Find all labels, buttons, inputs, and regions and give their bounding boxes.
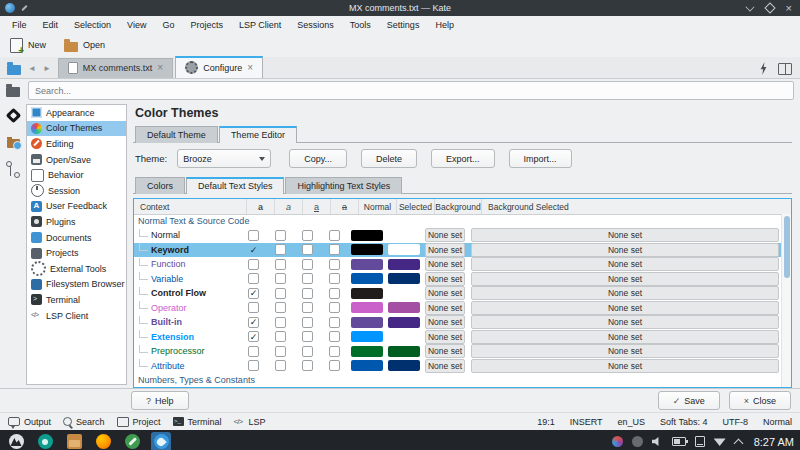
- tab-default-theme[interactable]: Default Theme: [135, 126, 218, 143]
- toolview-toggle-search[interactable]: Search: [63, 417, 105, 427]
- style-row-normal[interactable]: NormalNone setNone set: [134, 228, 782, 243]
- maximize-button-icon[interactable]: [764, 2, 775, 13]
- style-row-extension[interactable]: Extension✓None setNone set: [134, 330, 782, 345]
- sidebar-item-filesystem-browser[interactable]: Filesystem Browser: [27, 277, 126, 293]
- tab-colors[interactable]: Colors: [135, 177, 185, 194]
- menu-tools[interactable]: Tools: [342, 18, 379, 32]
- style-checkbox-italic[interactable]: [275, 230, 286, 241]
- style-row-variable[interactable]: VariableNone setNone set: [134, 272, 782, 287]
- minimize-button-icon[interactable]: [745, 2, 754, 11]
- style-checkbox-italic[interactable]: [275, 317, 286, 328]
- style-checkbox-italic[interactable]: [275, 360, 286, 371]
- style-row-keyword[interactable]: Keyword✓None setNone set: [134, 243, 782, 258]
- style-checkbox-italic[interactable]: [275, 273, 286, 284]
- background-button[interactable]: None set: [425, 272, 465, 286]
- background-selected-button[interactable]: None set: [471, 286, 779, 300]
- selected-color-swatch[interactable]: [388, 360, 420, 371]
- style-row-operator[interactable]: OperatorNone setNone set: [134, 301, 782, 316]
- tab-mx-comments[interactable]: MX comments.txt ×: [58, 58, 173, 78]
- table-scrollbar-thumb[interactable]: [784, 216, 790, 278]
- export-button[interactable]: Export...: [431, 149, 495, 168]
- sidebar-item-external-tools[interactable]: External Tools: [27, 261, 126, 277]
- background-button[interactable]: None set: [425, 315, 465, 329]
- selected-color-swatch[interactable]: [388, 259, 420, 270]
- sidebar-item-plugins[interactable]: Plugins: [27, 214, 126, 230]
- background-selected-button[interactable]: None set: [471, 344, 779, 358]
- normal-color-swatch[interactable]: [351, 273, 383, 284]
- selected-color-swatch[interactable]: [388, 244, 420, 255]
- filesystem-folder-icon[interactable]: [6, 87, 20, 97]
- selected-color-swatch[interactable]: [388, 346, 420, 357]
- tab-configure[interactable]: Configure ×: [175, 56, 263, 78]
- close-button-icon[interactable]: ×: [786, 5, 792, 12]
- background-selected-button[interactable]: None set: [471, 330, 779, 344]
- style-checkbox-italic[interactable]: [275, 346, 286, 357]
- tray-wifi-icon[interactable]: [714, 437, 726, 446]
- sidebar-item-documents[interactable]: Documents: [27, 230, 126, 246]
- style-row-function[interactable]: FunctionNone setNone set: [134, 257, 782, 272]
- status-input-mode[interactable]: INSERT: [570, 417, 603, 427]
- tray-battery-icon[interactable]: [672, 437, 686, 446]
- style-checkbox-strikethrough[interactable]: [329, 302, 340, 313]
- background-selected-button[interactable]: None set: [471, 272, 779, 286]
- tab-forward-icon[interactable]: ►: [43, 64, 51, 73]
- style-row-control-flow[interactable]: Control Flow✓None setNone set: [134, 286, 782, 301]
- sidebar-item-session[interactable]: Session: [27, 183, 126, 199]
- normal-color-swatch[interactable]: [351, 331, 383, 342]
- style-checkbox-strikethrough[interactable]: [329, 244, 340, 255]
- menu-sessions[interactable]: Sessions: [289, 18, 342, 32]
- style-checkbox-italic[interactable]: [275, 302, 286, 313]
- style-checkbox-italic[interactable]: [275, 288, 286, 299]
- style-checkbox-underline[interactable]: [302, 331, 313, 342]
- import-button[interactable]: Import...: [509, 149, 572, 168]
- sidebar-item-editing[interactable]: Editing: [27, 136, 126, 152]
- background-selected-button[interactable]: None set: [471, 315, 779, 329]
- style-checkbox-underline[interactable]: [302, 317, 313, 328]
- normal-color-swatch[interactable]: [351, 317, 383, 328]
- style-row-built-in[interactable]: Built-in✓None setNone set: [134, 315, 782, 330]
- git-branch-icon[interactable]: [10, 164, 21, 176]
- background-button[interactable]: None set: [425, 257, 465, 271]
- new-button[interactable]: New: [10, 38, 46, 53]
- style-checkbox-strikethrough[interactable]: [329, 331, 340, 342]
- style-checkbox-italic[interactable]: [275, 244, 286, 255]
- menu-settings[interactable]: Settings: [379, 18, 428, 32]
- status-encoding[interactable]: UTF-8: [722, 417, 748, 427]
- menu-projects[interactable]: Projects: [182, 18, 231, 32]
- selected-color-swatch[interactable]: [388, 288, 420, 299]
- background-selected-button[interactable]: None set: [471, 243, 779, 257]
- toolview-toggle-output[interactable]: Output: [8, 417, 51, 427]
- taskbar-mx-launcher-icon[interactable]: [6, 432, 26, 450]
- style-checkbox-strikethrough[interactable]: [329, 273, 340, 284]
- style-checkbox-strikethrough[interactable]: [329, 259, 340, 270]
- style-checkbox-bold[interactable]: ✓: [248, 244, 259, 255]
- selected-color-swatch[interactable]: [388, 302, 420, 313]
- toolview-toggle-terminal[interactable]: Terminal: [173, 417, 222, 427]
- status-dictionary[interactable]: en_US: [618, 417, 646, 427]
- normal-color-swatch[interactable]: [351, 259, 383, 270]
- background-selected-button[interactable]: None set: [471, 359, 779, 373]
- selected-color-swatch[interactable]: [388, 230, 420, 241]
- style-checkbox-bold[interactable]: [248, 273, 259, 284]
- background-button[interactable]: None set: [425, 243, 465, 257]
- background-button[interactable]: None set: [425, 359, 465, 373]
- status-cursor-position[interactable]: 19:1: [537, 417, 555, 427]
- normal-color-swatch[interactable]: [351, 288, 383, 299]
- menu-view[interactable]: View: [119, 18, 154, 32]
- background-selected-button[interactable]: None set: [471, 257, 779, 271]
- normal-color-swatch[interactable]: [351, 360, 383, 371]
- style-checkbox-underline[interactable]: [302, 360, 313, 371]
- tray-chameleon-icon[interactable]: [612, 436, 623, 447]
- style-checkbox-bold[interactable]: ✓: [248, 331, 259, 342]
- status-highlight-mode[interactable]: Normal: [763, 417, 792, 427]
- style-checkbox-strikethrough[interactable]: [329, 360, 340, 371]
- selected-color-swatch[interactable]: [388, 317, 420, 328]
- background-selected-button[interactable]: None set: [471, 228, 779, 242]
- style-checkbox-bold[interactable]: [248, 230, 259, 241]
- style-checkbox-italic[interactable]: [275, 259, 286, 270]
- toolview-toggle-project[interactable]: Project: [117, 417, 161, 427]
- normal-color-swatch[interactable]: [351, 244, 383, 255]
- normal-color-swatch[interactable]: [351, 230, 383, 241]
- normal-color-swatch[interactable]: [351, 302, 383, 313]
- menu-help[interactable]: Help: [427, 18, 462, 32]
